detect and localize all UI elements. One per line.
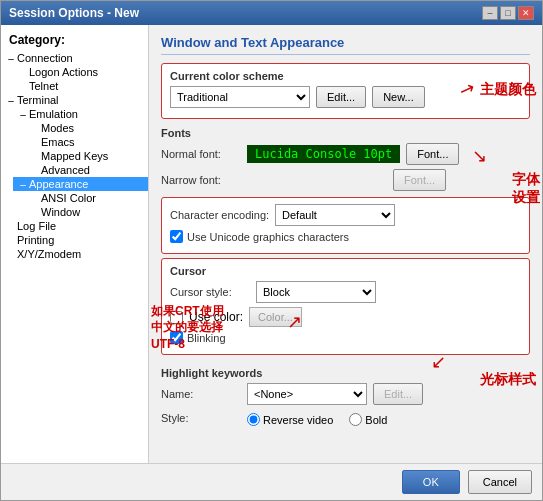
sidebar-item-modes[interactable]: Modes <box>25 121 148 135</box>
expand-icon: – <box>5 95 17 106</box>
title-bar: Session Options - New – □ ✕ <box>1 1 542 25</box>
encoding-select[interactable]: Default UTF-8 <box>275 204 395 226</box>
expand-icon: – <box>5 53 17 64</box>
category-label: Category: <box>1 31 148 51</box>
sidebar-item-label: Window <box>41 206 80 218</box>
narrow-font-label: Narrow font: <box>161 174 241 186</box>
minimize-button[interactable]: – <box>482 6 498 20</box>
annotation-utf8: 如果CRT使用中文的要选择UTF-8 <box>151 303 287 353</box>
narrow-font-button[interactable]: Font... <box>393 169 446 191</box>
sidebar-item-mapped-keys[interactable]: Mapped Keys <box>25 149 148 163</box>
terminal-children: – Emulation Modes Emacs Mapped Keys <box>13 107 148 219</box>
sidebar-item-label: Modes <box>41 122 74 134</box>
close-button[interactable]: ✕ <box>518 6 534 20</box>
sidebar-item-label: Advanced <box>41 164 90 176</box>
encoding-label: Character encoding: <box>170 209 269 221</box>
sidebar-item-log-file[interactable]: Log File <box>1 219 148 233</box>
annotation-cursor: 光标样式 <box>480 371 536 389</box>
bold-item: Bold <box>349 413 387 426</box>
sidebar-item-label: Appearance <box>29 178 88 190</box>
connection-children: Logon Actions Telnet <box>13 65 148 93</box>
bottom-bar: OK Cancel <box>1 463 542 500</box>
ok-button[interactable]: OK <box>402 470 460 494</box>
color-scheme-new-button[interactable]: New... <box>372 86 425 108</box>
appearance-children: ANSI Color Window <box>25 191 148 219</box>
sidebar-item-terminal[interactable]: – Terminal <box>1 93 148 107</box>
cursor-style-select[interactable]: Block Underline Vertical Bar <box>256 281 376 303</box>
sidebar-item-label: Logon Actions <box>29 66 98 78</box>
highlight-style-row: Style: Reverse video Bold <box>161 409 530 426</box>
color-scheme-edit-button[interactable]: Edit... <box>316 86 366 108</box>
bold-radio[interactable] <box>349 413 362 426</box>
sidebar-item-label: Mapped Keys <box>41 150 108 162</box>
sidebar-item-logon-actions[interactable]: Logon Actions <box>13 65 148 79</box>
cursor-label: Cursor <box>170 265 521 277</box>
sidebar-item-telnet[interactable]: Telnet <box>13 79 148 93</box>
unicode-label: Use Unicode graphics characters <box>187 231 349 243</box>
sidebar-item-emulation[interactable]: – Emulation <box>13 107 148 121</box>
sidebar-item-label: ANSI Color <box>41 192 96 204</box>
sidebar-item-label: Emacs <box>41 136 75 148</box>
maximize-button[interactable]: □ <box>500 6 516 20</box>
sidebar-item-label: Telnet <box>29 80 58 92</box>
highlight-section: Highlight keywords Name: <None> Edit... … <box>161 363 530 434</box>
window-title: Session Options - New <box>9 6 139 20</box>
sidebar-item-ansi-color[interactable]: ANSI Color <box>25 191 148 205</box>
sidebar-item-connection[interactable]: – Connection <box>1 51 148 65</box>
unicode-checkbox[interactable] <box>170 230 183 243</box>
emulation-children: Modes Emacs Mapped Keys Advanced <box>25 121 148 177</box>
content-area: Category: – Connection Logon Actions Tel… <box>1 25 542 463</box>
normal-font-label: Normal font: <box>161 148 241 160</box>
bold-label: Bold <box>365 414 387 426</box>
sidebar-item-label: Log File <box>17 220 56 232</box>
session-options-window: Session Options - New – □ ✕ Category: – … <box>0 0 543 501</box>
reverse-video-label: Reverse video <box>263 414 333 426</box>
annotation-theme: 主题颜色 <box>480 81 536 99</box>
main-panel: Window and Text Appearance Current color… <box>149 25 542 463</box>
sidebar-item-appearance[interactable]: – Appearance <box>13 177 148 191</box>
style-radio-group: Reverse video Bold <box>247 413 387 426</box>
reverse-video-item: Reverse video <box>247 413 333 426</box>
color-scheme-select[interactable]: Traditional <box>170 86 310 108</box>
color-scheme-section: Current color scheme Traditional Edit...… <box>161 63 530 119</box>
sidebar-item-printing[interactable]: Printing <box>1 233 148 247</box>
arrow-font-icon: ↘ <box>472 145 487 167</box>
highlight-style-label: Style: <box>161 412 241 424</box>
normal-font-display: Lucida Console 10pt <box>247 145 400 163</box>
cancel-button[interactable]: Cancel <box>468 470 532 494</box>
cursor-style-row: Cursor style: Block Underline Vertical B… <box>170 281 521 303</box>
highlight-name-label: Name: <box>161 388 241 400</box>
narrow-font-row: Narrow font: Font... <box>161 169 530 191</box>
cursor-style-label: Cursor style: <box>170 286 250 298</box>
encoding-section: Character encoding: Default UTF-8 Use Un… <box>161 197 530 254</box>
sidebar-item-window[interactable]: Window <box>25 205 148 219</box>
highlight-name-row: Name: <None> Edit... <box>161 383 530 405</box>
sidebar-item-label: Printing <box>17 234 54 246</box>
reverse-video-radio[interactable] <box>247 413 260 426</box>
sidebar-item-advanced[interactable]: Advanced <box>25 163 148 177</box>
encoding-row: Character encoding: Default UTF-8 <box>170 204 521 226</box>
arrow-utf8-icon: ↗ <box>287 311 302 333</box>
highlight-label: Highlight keywords <box>161 367 530 379</box>
sidebar-item-label: Terminal <box>17 94 59 106</box>
sidebar-item-label: Connection <box>17 52 73 64</box>
sidebar-item-emacs[interactable]: Emacs <box>25 135 148 149</box>
sidebar-item-label: Emulation <box>29 108 78 120</box>
arrow-cursor-icon: ↙ <box>431 351 446 373</box>
normal-font-button[interactable]: Font... <box>406 143 459 165</box>
highlight-edit-button[interactable]: Edit... <box>373 383 423 405</box>
sidebar-item-label: X/Y/Zmodem <box>17 248 81 260</box>
title-controls: – □ ✕ <box>482 6 534 20</box>
sidebar-item-xy-zmodem[interactable]: X/Y/Zmodem <box>1 247 148 261</box>
highlight-name-select[interactable]: <None> <box>247 383 367 405</box>
panel-title: Window and Text Appearance <box>161 35 530 55</box>
sidebar: Category: – Connection Logon Actions Tel… <box>1 25 149 463</box>
fonts-label: Fonts <box>161 127 530 139</box>
unicode-row: Use Unicode graphics characters <box>170 230 521 243</box>
annotation-font: 字体 设置 <box>512 170 540 206</box>
